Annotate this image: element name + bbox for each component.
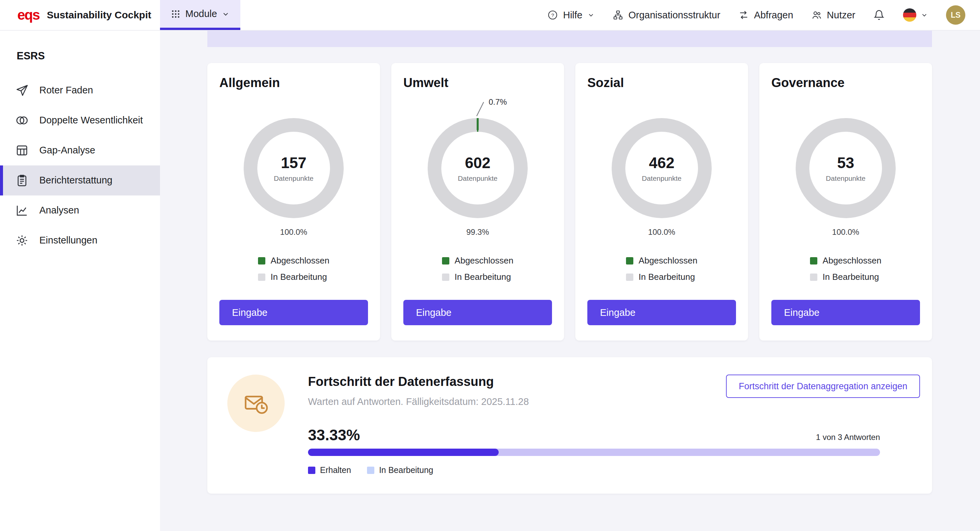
category-card-allgemein: Allgemein 157 Datenpunkte 100.0% Abgesch…	[207, 63, 380, 341]
help-icon: ?	[547, 10, 558, 20]
sidebar-section-title: ESRS	[17, 50, 160, 62]
legend-done-swatch	[258, 257, 265, 265]
datapoint-unit: Datenpunkte	[826, 174, 865, 182]
datapoint-count: 462	[649, 154, 675, 172]
card-title: Umwelt	[403, 76, 552, 90]
users-label: Nutzer	[827, 10, 855, 21]
datapoint-unit: Datenpunkte	[458, 174, 497, 182]
sidebar-item-einstellungen[interactable]: Einstellungen	[0, 225, 160, 255]
progress-percentage: 100.0%	[220, 228, 368, 237]
donut-chart: 602 Datenpunkte	[428, 118, 528, 218]
clipboard-icon	[15, 174, 29, 187]
top-bar: eqs Sustainability Cockpit Module ? Hilf…	[0, 0, 980, 31]
module-grid-icon	[171, 9, 181, 19]
language-switcher[interactable]	[903, 8, 928, 22]
eingabe-button[interactable]: Eingabe	[403, 300, 552, 325]
legend-pending-swatch	[367, 467, 374, 474]
answers-count: 1 von 3 Antworten	[816, 433, 880, 444]
card-title: Allgemein	[220, 76, 368, 90]
show-aggregation-progress-button[interactable]: Fortschritt der Datenaggregation anzeige…	[726, 375, 920, 398]
card-title: Sozial	[587, 76, 736, 90]
donut-chart: 53 Datenpunkte	[795, 118, 896, 218]
sidebar-item-berichterstattung[interactable]: Berichterstattung	[0, 166, 160, 195]
datapoint-count: 157	[281, 154, 307, 172]
legend-progress-label: In Bearbeitung	[455, 272, 511, 282]
donut-callout: 0.7%	[475, 100, 507, 117]
datapoint-unit: Datenpunkte	[274, 174, 313, 182]
donut-legend: Abgeschlossen In Bearbeitung	[810, 255, 881, 282]
progress-percentage: 99.3%	[403, 228, 552, 237]
category-card-sozial: Sozial 462 Datenpunkte 100.0% Abgeschlos…	[575, 63, 748, 341]
eingabe-button[interactable]: Eingabe	[772, 300, 920, 325]
donut-legend: Abgeschlossen In Bearbeitung	[442, 255, 513, 282]
progress-bar	[308, 449, 880, 456]
envelope-clock-icon	[228, 375, 285, 432]
datapoint-unit: Datenpunkte	[642, 174, 681, 182]
progress-card-subtitle: Warten auf Antworten. Fälligkeitsdatum: …	[308, 396, 529, 407]
queries-link[interactable]: Abfragen	[738, 10, 793, 21]
legend-received-label: Erhalten	[320, 465, 351, 475]
app-title: Sustainability Cockpit	[47, 10, 151, 21]
brand-area: eqs Sustainability Cockpit	[0, 0, 160, 30]
paper-plane-icon	[15, 84, 29, 97]
legend-done-swatch	[442, 257, 449, 265]
user-avatar[interactable]: LS	[946, 5, 965, 25]
datapoint-count: 53	[837, 154, 854, 172]
help-menu[interactable]: ? Hilfe	[547, 10, 595, 21]
eingabe-button[interactable]: Eingabe	[220, 300, 368, 325]
org-structure-label: Organisationsstruktur	[628, 10, 720, 21]
progress-legend: Erhalten In Bearbeitung	[308, 465, 880, 475]
eingabe-button[interactable]: Eingabe	[587, 300, 736, 325]
table-grid-icon	[15, 144, 29, 157]
main-content: Allgemein 157 Datenpunkte 100.0% Abgesch…	[160, 31, 980, 531]
donut-chart: 462 Datenpunkte	[612, 118, 712, 218]
sidebar-item-roter-faden[interactable]: Roter Faden	[0, 75, 160, 105]
sidebar: ESRS Roter Faden Doppelte Wesentlichkeit	[0, 31, 160, 531]
legend-pending-label: In Bearbeitung	[379, 465, 433, 475]
donut-legend: Abgeschlossen In Bearbeitung	[258, 255, 329, 282]
notifications-bell-icon[interactable]	[873, 10, 885, 21]
german-flag-icon	[903, 8, 917, 22]
line-chart-icon	[15, 204, 29, 217]
module-label: Module	[185, 8, 217, 19]
header-right: ? Hilfe Organisationsstruktur	[547, 0, 980, 30]
sidebar-item-doppelte-wesentlichkeit[interactable]: Doppelte Wesentlichkeit	[0, 105, 160, 136]
org-structure-link[interactable]: Organisationsstruktur	[612, 10, 720, 21]
legend-progress-swatch	[626, 274, 633, 281]
legend-done-label: Abgeschlossen	[639, 255, 697, 266]
legend-progress-swatch	[442, 274, 449, 281]
legend-done-swatch	[810, 257, 817, 265]
queries-label: Abfragen	[754, 10, 793, 21]
users-icon	[811, 10, 822, 20]
legend-progress-label: In Bearbeitung	[639, 272, 695, 282]
donut-legend: Abgeschlossen In Bearbeitung	[626, 255, 697, 282]
legend-done-label: Abgeschlossen	[822, 255, 881, 266]
progress-percentage: 100.0%	[772, 228, 920, 237]
eqs-logo[interactable]: eqs	[18, 8, 39, 22]
legend-done-label: Abgeschlossen	[455, 255, 513, 266]
chevron-down-icon	[921, 11, 928, 19]
sidebar-item-gap-analyse[interactable]: Gap-Analyse	[0, 136, 160, 166]
sidebar-item-analysen[interactable]: Analysen	[0, 195, 160, 225]
legend-done-label: Abgeschlossen	[270, 255, 329, 266]
sidebar-nav: Roter Faden Doppelte Wesentlichkeit Gap-…	[0, 75, 160, 255]
module-button[interactable]: Module	[160, 0, 240, 30]
gear-icon	[15, 234, 29, 247]
category-cards: Allgemein 157 Datenpunkte 100.0% Abgesch…	[207, 63, 932, 341]
donut-chart: 157 Datenpunkte	[243, 118, 344, 218]
category-card-umwelt: Umwelt 0.7% 602 Datenpunkte 99.3%	[391, 63, 564, 341]
users-link[interactable]: Nutzer	[811, 10, 855, 21]
card-title: Governance	[772, 76, 920, 90]
legend-progress-swatch	[258, 274, 265, 281]
chevron-down-icon	[222, 10, 230, 18]
queries-icon	[738, 10, 749, 20]
section-header-strip	[207, 31, 932, 47]
legend-progress-label: In Bearbeitung	[270, 272, 327, 282]
callout-value: 0.7%	[488, 97, 507, 107]
progress-card-title: Fortschritt der Datenerfassung	[308, 375, 529, 389]
double-circles-icon	[15, 114, 29, 127]
progress-percentage: 100.0%	[587, 228, 736, 237]
data-collection-progress-card: Fortschritt der Datenerfassung Warten au…	[207, 357, 932, 494]
org-chart-icon	[612, 10, 623, 20]
legend-received-swatch	[308, 467, 315, 474]
